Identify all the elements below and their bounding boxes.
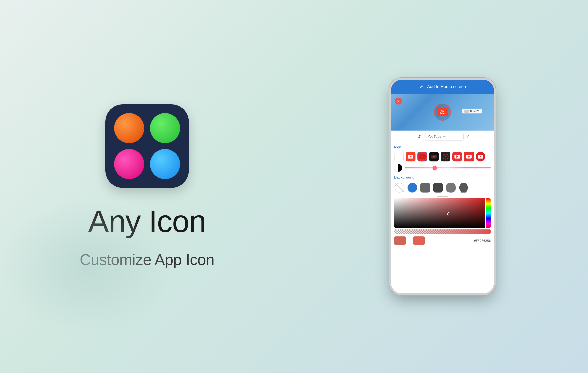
background-blob [0,198,175,334]
play-triangle-2 [421,155,423,158]
remove-label: REMOVE [470,110,480,112]
refresh-button[interactable]: ↺ [415,133,422,140]
header-title: Add to Home screen [427,84,466,89]
alpha-gradient [394,230,491,234]
play-triangle-7 [480,155,482,158]
icon-option-6[interactable] [464,152,474,161]
scroll-content: Icon + [391,143,494,293]
color-gradient-dark [394,198,485,228]
petal-pink [114,149,144,179]
background-shapes-row [391,181,494,195]
play-triangle-5 [456,155,458,158]
app-icon-wrapper [105,104,189,188]
shape-rect-option[interactable] [420,182,430,193]
color-picker-cursor[interactable] [447,212,450,215]
yt-play-3 [431,155,437,159]
icon-option-1[interactable] [406,152,415,161]
add-icon-button[interactable]: + [394,152,404,161]
youtube-logo: YouTube [437,108,448,116]
shape-hex-option[interactable] [458,182,469,193]
play-triangle-1 [410,155,412,158]
youtube-preview-icon[interactable]: YouTube [434,104,451,121]
background-section-label: Background [391,173,494,181]
name-input-box[interactable]: YouTube ✏ [425,133,464,141]
yt-play-7 [478,155,483,159]
plus-icon: + [398,154,400,160]
pencil-icon: ✏ [443,135,446,139]
icon-option-7[interactable] [476,152,485,161]
shape-rect-dark-icon [433,183,443,193]
color-preview-row: → #FFDF6256 [391,235,494,247]
petal-green [150,113,180,143]
shape-circle-icon [408,183,417,193]
shape-squircle-icon [446,183,456,193]
phone-mockup: ↗ Add to Home screen ? YouTube REMOVE [391,80,494,293]
shape-circle-option[interactable] [407,182,418,193]
color-spectrum-bar[interactable] [486,198,491,228]
shape-rect-dark-option[interactable] [432,182,443,193]
icon-section-label: Icon [391,143,494,151]
icon-option-3[interactable] [429,152,439,161]
add-to-home-icon: ↗ [419,84,424,89]
remove-badge[interactable]: REMOVE [462,109,482,113]
color-gradient-main[interactable] [394,198,485,228]
shape-hex-icon [459,183,468,193]
slider-thumb[interactable] [432,166,437,170]
name-row: ↺ YouTube ✏ ✓ [391,131,494,143]
left-section: Any Icon Customize App Icon [0,0,294,373]
question-mark-icon[interactable]: ? [395,98,402,105]
bw-circle-icon [394,164,402,172]
scroll-indicator [391,195,494,198]
yt-play-5 [454,155,460,159]
play-triangle-4 [445,155,447,158]
scroll-bar [437,196,448,197]
check-icon[interactable]: ✓ [466,134,469,139]
color-picker-area[interactable] [394,198,491,228]
youtube-inner-text: YouTube [440,110,445,114]
alpha-slider-row[interactable] [394,230,491,234]
color-swatch-original [394,236,406,245]
icon-options-row: + [391,151,494,163]
yt-play-1 [408,155,413,159]
phone-inner: ↗ Add to Home screen ? YouTube REMOVE [391,80,494,293]
petal-blue [150,149,180,179]
shape-rect-icon [420,183,430,193]
icon-size-slider-row [391,163,494,173]
petal-orange [114,113,144,143]
yt-circle-icon [443,154,449,160]
hex-input[interactable]: #FFDF6256 [427,239,491,243]
icon-option-2-selected[interactable] [417,152,427,161]
toggle-switch[interactable] [464,110,469,113]
yt-play-6 [466,155,472,159]
preview-area: ? YouTube REMOVE [391,94,494,131]
shape-none-option[interactable] [394,182,405,193]
icon-size-slider[interactable] [405,167,491,168]
icon-option-4[interactable] [441,152,451,161]
app-icon-petals [114,113,180,179]
play-triangle-6 [468,155,470,158]
right-section: ↗ Add to Home screen ? YouTube REMOVE [316,10,569,363]
shape-squircle-option[interactable] [445,182,456,193]
app-name-value: YouTube [428,135,441,139]
play-triangle-3 [433,155,435,158]
shape-none-icon [395,183,404,193]
preview-icon-container: YouTube [434,104,451,121]
color-swatch-new [413,236,425,245]
icon-option-5[interactable] [452,152,462,161]
phone-header: ↗ Add to Home screen [391,80,494,94]
arrow-icon: → [408,239,411,243]
